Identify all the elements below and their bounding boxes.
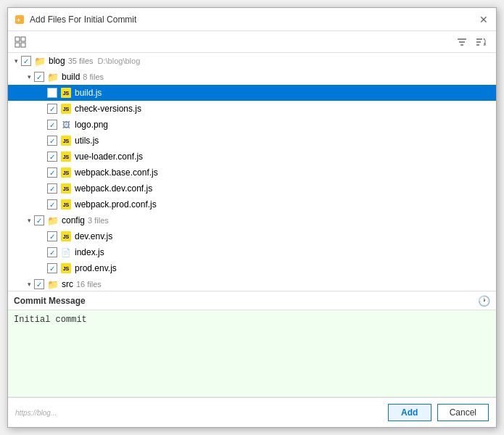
img-icon-index: 📄 — [60, 246, 72, 258]
checkbox-webpack-dev[interactable] — [47, 183, 57, 194]
url-hint: https://blog... — [15, 409, 382, 417]
js-icon-prod-env: JS — [60, 262, 72, 274]
spacer-logo — [37, 120, 47, 130]
clock-icon: 🕐 — [478, 295, 490, 307]
label-blog: blog — [49, 56, 65, 66]
dialog: + Add Files For Initial Commit ✕ — [7, 7, 497, 428]
label-webpack-dev: webpack.dev.conf.js — [75, 183, 152, 194]
label-config: config — [62, 215, 85, 225]
checkbox-webpack-prod[interactable] — [47, 199, 57, 210]
title-bar: + Add Files For Initial Commit ✕ — [8, 8, 496, 31]
label-utils: utils.js — [75, 136, 99, 146]
label-check-versions: check-versions.js — [75, 104, 141, 114]
js-icon-webpack-dev: JS — [60, 183, 72, 194]
commit-section: Commit Message 🕐 Initial commit — [8, 291, 496, 397]
js-icon-check-versions: JS — [60, 103, 72, 115]
label-src: src — [62, 279, 73, 289]
js-icon-utils: JS — [60, 135, 72, 146]
chevron-config: ▾ — [24, 215, 34, 225]
js-icon-vue-loader: JS — [60, 151, 72, 162]
chevron-src: ▾ — [24, 279, 34, 289]
grid-icon[interactable] — [14, 36, 27, 49]
spacer-wp-prod — [37, 199, 47, 210]
file-tree[interactable]: ▾ 📁 blog 35 files D:\blog\blog ▾ 📁 build… — [8, 53, 496, 291]
checkbox-config[interactable] — [34, 215, 44, 225]
sort-icon[interactable] — [474, 36, 487, 49]
tree-item-webpack-prod[interactable]: JS webpack.prod.conf.js — [8, 196, 496, 212]
tree-item-prod-env[interactable]: JS prod.env.js — [8, 260, 496, 276]
commit-header: Commit Message 🕐 — [8, 291, 496, 310]
folder-icon-src: 📁 — [47, 278, 59, 290]
checkbox-vue-loader[interactable] — [47, 152, 57, 162]
label-vue-loader: vue-loader.conf.js — [75, 152, 143, 162]
tree-item-blog[interactable]: ▾ 📁 blog 35 files D:\blog\blog — [8, 53, 496, 69]
tree-item-build[interactable]: ▾ 📁 build 8 files — [8, 69, 496, 85]
close-button[interactable]: ✕ — [477, 13, 490, 26]
cancel-button[interactable]: Cancel — [437, 404, 489, 421]
label-logo: logo.png — [75, 120, 108, 130]
spacer-vue — [37, 152, 47, 162]
checkbox-check-versions[interactable] — [47, 104, 57, 114]
spacer-index — [37, 247, 47, 257]
folder-icon-config: 📁 — [47, 215, 59, 226]
checkbox-build[interactable] — [34, 72, 44, 82]
spacer-utils — [37, 136, 47, 146]
tree-item-utils[interactable]: JS utils.js — [8, 133, 496, 149]
checkbox-index[interactable] — [47, 247, 57, 257]
js-icon-build-js: JS — [60, 87, 72, 99]
js-icon-dev-env: JS — [60, 231, 72, 242]
checkbox-dev-env[interactable] — [47, 231, 57, 241]
tree-item-logo[interactable]: 🖼 logo.png — [8, 117, 496, 133]
js-icon-webpack-base: JS — [60, 167, 72, 178]
checkbox-build-js[interactable] — [47, 88, 57, 98]
spacer-dev-env — [37, 231, 47, 241]
label-prod-env: prod.env.js — [75, 263, 117, 273]
count-config: 3 files — [88, 216, 109, 225]
tree-item-webpack-dev[interactable]: JS webpack.dev.conf.js — [8, 181, 496, 196]
spacer-wp-base — [37, 167, 47, 178]
spacer-check — [37, 104, 47, 114]
spacer-wp-dev — [37, 183, 47, 194]
spacer-prod-env — [37, 263, 47, 273]
tree-item-dev-env[interactable]: JS dev.env.js — [8, 228, 496, 244]
checkbox-prod-env[interactable] — [47, 263, 57, 273]
svg-text:+: + — [17, 17, 20, 24]
checkbox-blog[interactable] — [21, 56, 31, 66]
tree-item-webpack-base[interactable]: JS webpack.base.conf.js — [8, 165, 496, 181]
filter-icon[interactable] — [455, 36, 468, 49]
dialog-title: Add Files For Initial Commit — [30, 14, 477, 25]
svg-rect-5 — [21, 43, 25, 47]
count-build: 8 files — [83, 72, 104, 81]
checkbox-webpack-base[interactable] — [47, 167, 57, 178]
tree-item-vue-loader[interactable]: JS vue-loader.conf.js — [8, 149, 496, 165]
checkbox-src[interactable] — [34, 279, 44, 289]
chevron-build: ▾ — [24, 72, 34, 82]
add-button[interactable]: Add — [388, 404, 431, 421]
spacer-build-js — [37, 88, 47, 98]
checkbox-utils[interactable] — [47, 136, 57, 146]
commit-message-input[interactable]: Initial commit — [8, 310, 496, 397]
commit-header-label: Commit Message — [14, 296, 478, 306]
tree-item-src[interactable]: ▾ 📁 src 16 files — [8, 276, 496, 291]
count-blog: 35 files — [68, 57, 94, 65]
folder-icon-blog: 📁 — [34, 55, 46, 67]
path-blog: D:\blog\blog — [98, 57, 141, 65]
checkbox-logo[interactable] — [47, 120, 57, 130]
img-icon-logo: 🖼 — [60, 119, 72, 130]
dialog-icon: + — [14, 14, 25, 25]
label-webpack-prod: webpack.prod.conf.js — [75, 199, 157, 210]
svg-rect-3 — [21, 37, 25, 41]
svg-rect-4 — [15, 43, 20, 47]
tree-item-config[interactable]: ▾ 📁 config 3 files — [8, 212, 496, 228]
tree-item-index[interactable]: 📄 index.js — [8, 244, 496, 260]
tree-item-check-versions[interactable]: JS check-versions.js — [8, 101, 496, 117]
count-src: 16 files — [76, 280, 102, 289]
js-icon-webpack-prod: JS — [60, 199, 72, 210]
svg-rect-2 — [15, 37, 20, 41]
toolbar — [8, 31, 496, 53]
chevron-blog: ▾ — [11, 56, 21, 66]
tree-item-build-js[interactable]: JS build.js — [8, 85, 496, 101]
folder-icon-build: 📁 — [47, 71, 59, 83]
label-index: index.js — [75, 247, 104, 257]
label-dev-env: dev.env.js — [75, 231, 112, 241]
